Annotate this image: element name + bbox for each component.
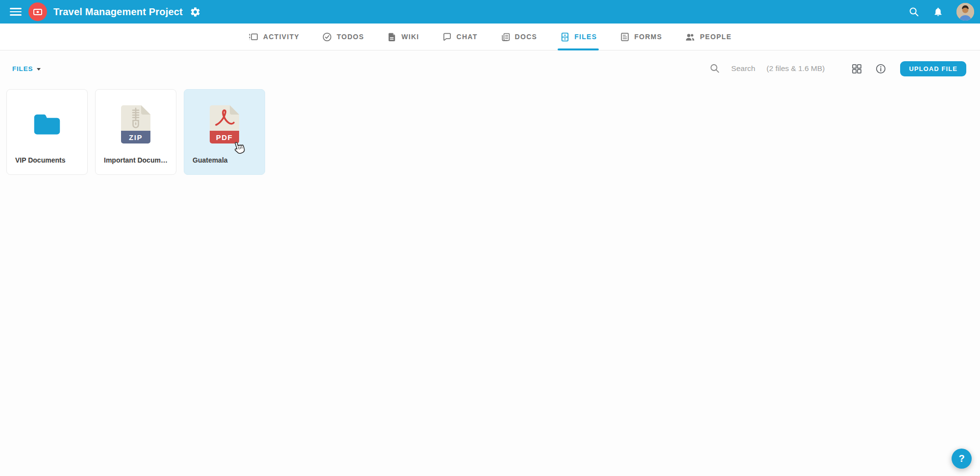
- menu-icon[interactable]: [10, 8, 22, 16]
- tab-wiki[interactable]: WIKI: [387, 24, 419, 50]
- zip-badge: ZIP: [121, 131, 150, 143]
- tab-chat[interactable]: CHAT: [442, 24, 478, 50]
- files-toolbar-actions: (2 files & 1.6 MB) UPLOAD FILE: [710, 61, 966, 76]
- help-button[interactable]: ?: [952, 449, 972, 469]
- tab-label: PEOPLE: [700, 33, 732, 41]
- tab-label: TODOS: [337, 33, 364, 41]
- search-icon: [908, 6, 920, 18]
- activity-icon: [248, 32, 259, 42]
- folder-icon: [32, 111, 62, 138]
- tab-label: FILES: [574, 33, 597, 41]
- project-avatar[interactable]: [28, 2, 47, 21]
- files-toolbar: FILES (2 files & 1.6 MB): [12, 59, 966, 78]
- tab-label: FORMS: [634, 33, 662, 41]
- chat-bubble-icon: [442, 32, 452, 42]
- grid-view-icon: [851, 63, 862, 74]
- tab-label: ACTIVITY: [263, 33, 299, 41]
- search-icon: [710, 63, 720, 74]
- tab-label: DOCS: [515, 33, 538, 41]
- file-name: VIP Documents: [7, 156, 87, 174]
- banknote-icon: [32, 6, 43, 17]
- file-card-important-documents[interactable]: ZIP Important Docum…: [95, 89, 176, 175]
- tab-forms[interactable]: FORMS: [619, 24, 662, 50]
- breadcrumb-label: FILES: [12, 65, 33, 72]
- forms-icon: [619, 32, 630, 42]
- tab-label: CHAT: [457, 33, 478, 41]
- project-tabbar: ACTIVITY TODOS WIKI CHAT: [0, 24, 980, 50]
- files-stats: (2 files & 1.6 MB): [766, 64, 825, 73]
- check-circle-icon: [322, 32, 332, 42]
- info-button[interactable]: [875, 63, 886, 74]
- gear-icon: [190, 6, 201, 18]
- folder-card-vip-documents[interactable]: VIP Documents: [6, 89, 88, 175]
- files-search-input[interactable]: [731, 64, 763, 73]
- bell-icon: [933, 6, 943, 17]
- files-folder-dropdown[interactable]: FILES: [12, 65, 41, 72]
- people-icon: [685, 32, 695, 42]
- wiki-document-icon: [387, 32, 397, 42]
- project-settings-button[interactable]: [190, 6, 201, 18]
- chevron-down-icon: [37, 68, 41, 71]
- docs-icon: [500, 32, 511, 42]
- zip-file-icon: ZIP: [121, 105, 150, 143]
- info-icon: [875, 63, 886, 74]
- user-avatar[interactable]: [956, 3, 974, 21]
- tab-files[interactable]: FILES: [560, 24, 597, 50]
- file-name: Important Docum…: [96, 156, 176, 174]
- tab-people[interactable]: PEOPLE: [685, 24, 732, 50]
- tab-todos[interactable]: TODOS: [322, 24, 364, 50]
- help-label: ?: [958, 453, 964, 464]
- topbar: Travel Management Project: [0, 0, 980, 24]
- tab-docs[interactable]: DOCS: [500, 24, 538, 50]
- user-photo: [956, 3, 974, 21]
- file-card-guatemala[interactable]: PDF Guatemala: [184, 89, 265, 175]
- grid-view-button[interactable]: [851, 63, 862, 74]
- notifications-button[interactable]: [933, 6, 943, 17]
- tab-label: WIKI: [401, 33, 419, 41]
- page: Travel Management Project: [0, 0, 980, 476]
- upload-file-button[interactable]: UPLOAD FILE: [900, 61, 966, 76]
- files-grid: VIP Documents: [6, 89, 265, 175]
- topbar-actions: [908, 3, 974, 21]
- project-title: Travel Management Project: [53, 6, 183, 18]
- file-cabinet-icon: [560, 32, 570, 42]
- global-search-button[interactable]: [908, 6, 920, 18]
- pdf-badge: PDF: [210, 131, 239, 143]
- file-name: Guatemala: [184, 156, 265, 174]
- tab-activity[interactable]: ACTIVITY: [248, 24, 299, 50]
- pdf-file-icon: PDF: [210, 105, 239, 143]
- files-search-icon[interactable]: [710, 63, 720, 74]
